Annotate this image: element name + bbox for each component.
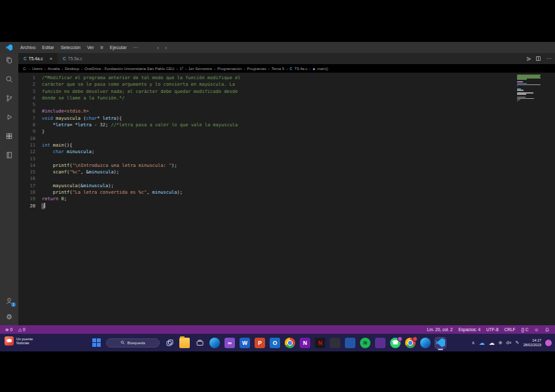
run-button[interactable]: ▷∨ (527, 56, 530, 62)
settings-gear-icon[interactable]: ⚙ (5, 312, 14, 321)
taskbar-clock[interactable]: 14:1728/02/2023 (523, 338, 541, 347)
chevron-up-icon[interactable]: ∧ (472, 340, 475, 346)
menu-ejecutar[interactable]: Ejecutar (107, 45, 130, 50)
minimap[interactable] (517, 75, 547, 102)
taskbar-app-netflix[interactable]: N (315, 338, 325, 348)
taskbar-app-chrome-2[interactable] (405, 338, 416, 348)
code-line: 9} (18, 128, 522, 135)
taskbar-search[interactable]: Búsqueda (106, 338, 160, 347)
breadcrumb-item[interactable]: OneDrive - Fundación Universitaria San P… (84, 67, 174, 71)
problems-warning[interactable]: △0 (18, 327, 26, 332)
taskbar-app-powerpoint[interactable]: P (255, 338, 265, 348)
code-line: 10 (18, 135, 522, 142)
line-number: 10 (18, 135, 42, 142)
breadcrumb-item[interactable]: 1º (179, 67, 183, 71)
taskbar-app-task-view[interactable] (164, 338, 175, 348)
taskbar-app-spotify[interactable]: ≋ (360, 338, 370, 348)
menu-bar: ArchivoEditarSelecciónVerIrEjecutar··· (17, 45, 141, 50)
taskbar-app-briefcase-app[interactable] (194, 338, 205, 348)
menu-ir[interactable]: Ir (98, 45, 107, 50)
close-icon[interactable]: × (49, 56, 52, 62)
problems-error[interactable]: ⊗0 (5, 327, 12, 332)
taskbar-app-whatsapp[interactable]: ☎ (390, 338, 401, 348)
extensions-icon[interactable] (5, 132, 14, 141)
dx-icon[interactable]: d× (507, 340, 512, 345)
run-debug-icon[interactable] (5, 113, 14, 122)
taskbar-app-visual-studio[interactable]: ∞ (224, 338, 235, 348)
breadcrumb-item[interactable]: 1er Semestre (188, 67, 212, 71)
taskbar-app-purple-app[interactable] (375, 338, 385, 348)
tray-date: 28/02/2023 (523, 343, 541, 347)
breadcrumb-item[interactable]: Programas (247, 67, 266, 71)
cloud-white-icon[interactable]: ☁ (489, 340, 495, 346)
bell-icon[interactable] (545, 327, 550, 332)
error-icon: ⊗ (5, 327, 9, 332)
taskbar-app-onenote[interactable]: N (300, 338, 310, 348)
split-editor-icon[interactable] (535, 56, 541, 62)
search-icon[interactable] (5, 75, 14, 84)
breadcrumb-separator-icon: › (268, 67, 270, 71)
code-line: 2carácter que se le pasa como argumento … (18, 81, 522, 88)
indentation[interactable]: Espacios: 4 (459, 327, 481, 332)
code-line: 6#include<stdio.h> (18, 108, 522, 115)
back-icon[interactable]: ‹ (157, 45, 159, 51)
more-actions-icon[interactable]: ··· (546, 56, 552, 62)
code-text: int main(){ (42, 142, 72, 149)
start-button[interactable] (92, 338, 101, 347)
code-text: printf("La letra convertida es %c", minu… (42, 189, 183, 196)
forward-icon[interactable]: › (165, 45, 167, 51)
taskbar-app-word[interactable]: W (240, 338, 250, 348)
cloud-blue-icon[interactable]: ☁ (479, 340, 485, 346)
breadcrumb-item[interactable]: Desktop (65, 67, 79, 71)
breadcrumb-item[interactable]: T5.4a.c (295, 67, 308, 71)
breadcrumb-item[interactable]: main() (317, 67, 329, 71)
taskbar-app-dark-app[interactable] (330, 338, 340, 348)
feedback-icon[interactable]: ☺ (534, 327, 539, 332)
line-number: 2 (18, 81, 42, 88)
breadcrumb-item[interactable]: Tema 5 (272, 67, 285, 71)
notification-center-badge[interactable] (545, 340, 552, 346)
minimap-line (517, 95, 547, 96)
history-nav: ‹ › (157, 42, 167, 53)
encoding[interactable]: UTF-8 (486, 327, 498, 332)
widgets-button[interactable]: Un puente Noticias (5, 336, 33, 346)
cursor-position[interactable]: Lín. 20, col. 2 (427, 327, 452, 332)
code-text: función no debe devolver nada; el caráct… (42, 88, 238, 95)
taskbar-app-chrome[interactable] (285, 338, 295, 348)
breadcrumb-separator-icon: › (243, 67, 245, 71)
menu-selecci-n[interactable]: Selección (58, 45, 84, 50)
status-bar: ⊗0△0 Lín. 20, col. 2Espacios: 4UTF-8CRLF… (0, 325, 555, 334)
breadcrumb-item[interactable]: Amalia (48, 67, 60, 71)
breadcrumb-item[interactable]: Programación (217, 67, 242, 71)
notebook-icon[interactable] (5, 151, 14, 160)
files-icon[interactable] (5, 56, 14, 65)
code-area[interactable]: 1/*Modificar el programa anterior de tal… (18, 75, 522, 209)
tab-t5-5a-c[interactable]: CT5.5a.c (58, 53, 87, 64)
taskbar-search-label: Búsqueda (127, 341, 145, 345)
widgets-subtext: Noticias (16, 341, 33, 346)
pen-icon[interactable]: ✎ (516, 340, 520, 346)
taskbar-app-edge-2[interactable] (420, 338, 431, 348)
taskbar-app-file-explorer[interactable] (179, 338, 190, 348)
code-text: mayuscula(&minuscula); (42, 183, 114, 189)
c-language-icon: C (63, 56, 66, 61)
menu-ver[interactable]: Ver (84, 45, 98, 50)
menu-archivo[interactable]: Archivo (17, 45, 39, 50)
taskbar-app-vscode[interactable] (435, 338, 446, 348)
account-icon[interactable]: 1 (5, 296, 14, 306)
taskbar-app-edge[interactable] (209, 338, 220, 348)
taskbar-app-blue-app[interactable] (345, 338, 355, 348)
eol-sequence[interactable]: CRLF (505, 327, 516, 332)
notification-badge (397, 336, 403, 342)
source-control-icon[interactable] (5, 94, 14, 103)
menu-editar[interactable]: Editar (39, 45, 57, 50)
taskbar-app-outlook[interactable]: O (270, 338, 280, 348)
tab-t5-4a-c[interactable]: CT5.4a.c× (18, 53, 58, 64)
breadcrumb-separator-icon: › (286, 67, 287, 71)
breadcrumb-item[interactable]: Users (32, 67, 43, 71)
language-mode[interactable]: {} C (522, 327, 529, 332)
globe-icon[interactable]: ⊕ (499, 340, 503, 346)
breadcrumb-item[interactable]: C: (23, 67, 27, 71)
editor[interactable]: 1/*Modificar el programa anterior de tal… (18, 73, 555, 325)
menu-item[interactable]: ··· (130, 45, 141, 50)
